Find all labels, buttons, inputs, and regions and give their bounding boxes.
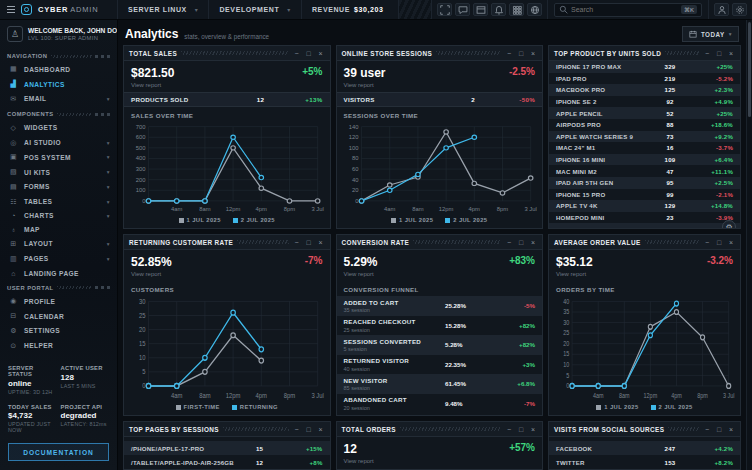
funnel-row[interactable]: RETURNED VISITOR40 session22.35%+3% <box>337 355 543 375</box>
table-row[interactable]: APPLE PENCIL52+25% <box>549 107 740 119</box>
sidebar-item-WIDGETS[interactable]: ◇WIDGETS <box>0 120 117 135</box>
table-row[interactable]: MAC MINI M247+11.1% <box>549 165 740 177</box>
panel-settings-gear-icon[interactable]: ⚙ <box>722 220 736 229</box>
documentation-button[interactable]: DOCUMENTATION <box>8 443 109 461</box>
expand-icon[interactable]: □ <box>517 239 525 246</box>
sidebar-item-ANALYTICS[interactable]: ▟ANALYTICS <box>0 77 117 92</box>
table-row[interactable]: APPLE TV 4K129+14.8% <box>549 200 740 212</box>
minimize-icon[interactable]: − <box>293 426 301 433</box>
funnel-row[interactable]: NEW VISITOR85 session61.45%+6.8% <box>337 374 543 394</box>
chat-icon[interactable] <box>455 3 470 16</box>
view-report-link[interactable]: View report <box>344 82 386 88</box>
minimize-icon[interactable]: − <box>703 426 711 433</box>
fullscreen-icon[interactable] <box>437 3 452 16</box>
sidebar-item-LAYOUT[interactable]: ⊞LAYOUT▾ <box>0 237 117 252</box>
bell-icon[interactable] <box>491 3 506 16</box>
table-row[interactable]: MACBOOK PRO125+2.3% <box>549 84 740 96</box>
close-icon[interactable]: × <box>727 239 735 246</box>
close-icon[interactable]: × <box>529 426 537 433</box>
funnel-row[interactable]: SESSIONS CONVERTED5 session5.28%+82% <box>337 335 543 355</box>
table-row[interactable]: IPHONE 17 PRO MAX329+25% <box>549 61 740 73</box>
minimize-icon[interactable]: − <box>505 50 513 57</box>
expand-icon[interactable]: □ <box>517 426 525 433</box>
vertical-scrollbar[interactable] <box>746 20 752 470</box>
view-report-link[interactable]: View report <box>131 82 174 88</box>
close-icon[interactable]: × <box>317 426 325 433</box>
minimize-icon[interactable]: − <box>293 239 301 246</box>
sidebar-item-SETTINGS[interactable]: ⚙SETTINGS <box>0 324 117 339</box>
window-icon[interactable] <box>473 3 488 16</box>
metric-delta: +83% <box>509 255 535 266</box>
table-row[interactable]: IPHONE 15 PRO99-2.1% <box>549 189 740 201</box>
sidebar-item-EMAIL[interactable]: ✉EMAIL▾ <box>0 92 117 107</box>
user-card[interactable]: ♙ WELCOME BACK, JOHN DOE LVL 100: SUPER … <box>0 20 117 48</box>
close-icon[interactable]: × <box>317 50 325 57</box>
sidebar-item-CALENDAR[interactable]: ⊟CALENDAR <box>0 309 117 324</box>
sidebar-item-PAGES[interactable]: ▥PAGES▾ <box>0 251 117 266</box>
expand-icon[interactable]: □ <box>305 239 313 246</box>
user-icon[interactable] <box>714 3 729 16</box>
table-row[interactable]: APPLE WATCH SERIES 973+9.2% <box>549 131 740 143</box>
sidebar-item-LANDING PAGE[interactable]: ⌂LANDING PAGE <box>0 266 117 280</box>
expand-icon[interactable]: □ <box>517 50 525 57</box>
topbar-menu-item[interactable]: SERVER LINUX▾ <box>118 0 209 19</box>
table-row[interactable]: IPAD PRO219-5.2% <box>549 73 740 85</box>
table-row[interactable]: IPHONE SE 292+4.9% <box>549 96 740 108</box>
sidebar-item-AI STUDIO[interactable]: ◎AI STUDIO▾ <box>0 135 117 150</box>
minimize-icon[interactable]: − <box>505 426 513 433</box>
close-icon[interactable]: × <box>529 50 537 57</box>
table-row[interactable]: /TABLET/APPLE-IPAD-AIR-256GB12+8% <box>124 455 330 469</box>
view-report-link[interactable]: View report <box>556 271 593 277</box>
svg-text:4am: 4am <box>593 392 604 398</box>
funnel-row[interactable]: REACHED CHECKOUT25 session15.28%+82% <box>337 316 543 336</box>
minimize-icon[interactable]: − <box>293 50 301 57</box>
topbar-menu-item[interactable]: DEVELOPMENT▾ <box>209 0 302 19</box>
close-icon[interactable]: × <box>727 426 735 433</box>
table-row[interactable]: FACEBOOK247+4.2% <box>549 441 740 455</box>
hamburger-icon[interactable] <box>7 6 15 13</box>
expand-icon[interactable]: □ <box>715 50 723 57</box>
scrollbar-thumb[interactable] <box>748 22 751 117</box>
search-input[interactable] <box>571 6 678 13</box>
svg-text:700: 700 <box>136 124 146 130</box>
minimize-icon[interactable]: − <box>505 239 513 246</box>
expand-icon[interactable]: □ <box>715 426 723 433</box>
table-row[interactable]: HOMEPOD MINI23-3.9% <box>549 212 740 224</box>
sidebar-item-CHARTS[interactable]: ◔CHARTS▾ <box>0 209 117 223</box>
view-report-link[interactable]: View report <box>131 271 172 277</box>
close-icon[interactable]: × <box>529 239 537 246</box>
sidebar-item-MAP[interactable]: ♁MAP <box>0 223 117 237</box>
gear-icon[interactable] <box>732 3 747 16</box>
view-report-link[interactable]: View report <box>344 458 374 464</box>
brand-name: CYBER ADMIN <box>38 5 98 14</box>
sidebar-item-DASHBOARD[interactable]: ▦DASHBOARD <box>0 62 117 77</box>
sidebar-item-POS SYSTEM[interactable]: ▣POS SYSTEM▾ <box>0 150 117 165</box>
sidebar-item-HELPER[interactable]: ⊙HELPER <box>0 338 117 353</box>
minimize-icon[interactable]: − <box>703 239 711 246</box>
table-row[interactable]: TWITTER153+8.2% <box>549 455 740 469</box>
table-row[interactable]: AIRPODS PRO88+18.6% <box>549 119 740 131</box>
close-icon[interactable]: × <box>317 239 325 246</box>
expand-icon[interactable]: □ <box>305 426 313 433</box>
table-row[interactable]: IMAC 24" M116-3.7% <box>549 142 740 154</box>
table-row[interactable]: MAGIC KEYBOARD26+7.5% <box>549 223 740 229</box>
funnel-row[interactable]: ADDED TO CART35 session25.28%-5% <box>337 296 543 316</box>
table-row[interactable]: IPHONE 16 MINI109+6.4% <box>549 154 740 166</box>
globe-icon[interactable] <box>527 3 542 16</box>
sidebar-item-FORMS[interactable]: ▤FORMS▾ <box>0 179 117 194</box>
sidebar-item-UI KITS[interactable]: ▧UI KITS▾ <box>0 165 117 180</box>
close-icon[interactable]: × <box>727 50 735 57</box>
table-row[interactable]: /PHONE/APPLE-17-PRO15+15% <box>124 441 330 455</box>
view-report-link[interactable]: View report <box>344 271 378 277</box>
sidebar-item-TABLES[interactable]: ☷TABLES▾ <box>0 194 117 209</box>
table-row[interactable]: IPAD AIR 5TH GEN95+2.5% <box>549 177 740 189</box>
expand-icon[interactable]: □ <box>715 239 723 246</box>
funnel-row[interactable]: ABANDONED CART20 session9.48%-7% <box>337 394 543 414</box>
expand-icon[interactable]: □ <box>305 50 313 57</box>
sidebar-item-PROFILE[interactable]: ◉PROFILE <box>0 294 117 309</box>
date-range-button[interactable]: TODAY▾ <box>682 26 739 42</box>
minimize-icon[interactable]: − <box>703 50 711 57</box>
panel-title: CONVERSION RATE <box>342 239 410 246</box>
grid-icon[interactable] <box>509 3 524 16</box>
topbar-menu-item[interactable]: REVENUE$30,203 <box>302 0 399 19</box>
